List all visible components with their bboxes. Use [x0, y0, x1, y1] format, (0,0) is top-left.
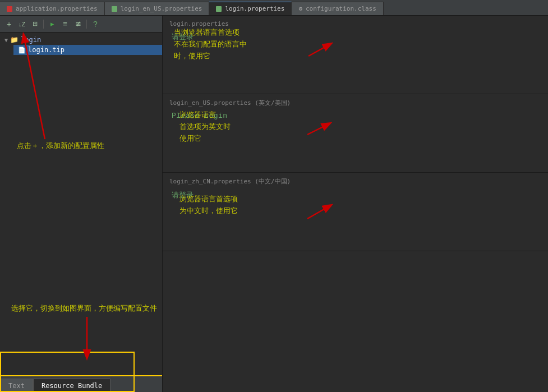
tab-application-properties[interactable]: application.properties	[0, 2, 105, 15]
left-panel: + ↓Z ⊞ ▸ ≡ ≢ ? ▼ 📁 login 📄 login.tip	[0, 16, 163, 392]
align-left-button[interactable]: ≡	[59, 19, 71, 30]
tab-bar: application.properties login_en_US.prope…	[0, 0, 548, 16]
right-panel: login.properties 请登录 login_en_US.propert…	[163, 16, 548, 392]
bundle-icon-1	[112, 6, 117, 12]
prop-value-default: 请登录	[169, 31, 541, 43]
prop-section-default: login.properties 请登录	[163, 16, 548, 94]
bottom-tab-text[interactable]: Text	[0, 379, 33, 392]
tree-children: 📄 login.tip	[0, 45, 162, 55]
bottom-tabs: Text Resource Bundle	[0, 375, 162, 392]
tree-arrow: ▼	[4, 37, 8, 43]
tab-login-en-properties[interactable]: login_en_US.properties	[105, 2, 210, 15]
section-title-zh: login_zh_CN.properties (中文/中国)	[169, 177, 541, 186]
tree-root-login[interactable]: ▼ 📁 login	[0, 35, 162, 45]
section-title-default: login.properties	[169, 20, 541, 27]
prop-value-en: Please Login	[169, 110, 541, 121]
bottom-tab-container: Text Resource Bundle	[0, 375, 162, 392]
bottom-tab-resource-bundle[interactable]: Resource Bundle	[33, 379, 110, 392]
play-button[interactable]: ▸	[47, 19, 58, 30]
tab-configuration-class[interactable]: ⚙ configuration.class	[292, 2, 383, 15]
prop-section-en: login_en_US.properties (英文/美国) Please Lo…	[163, 94, 548, 173]
toolbar: + ↓Z ⊞ ▸ ≡ ≢ ?	[0, 16, 162, 33]
sort-button[interactable]: ↓Z	[16, 19, 27, 30]
main-layout: + ↓Z ⊞ ▸ ≡ ≢ ? ▼ 📁 login 📄 login.tip	[0, 16, 548, 392]
folder-icon: 📁	[10, 36, 19, 44]
grid-button[interactable]: ⊞	[29, 19, 40, 30]
section-title-en: login_en_US.properties (英文/美国)	[169, 99, 541, 107]
file-icon: 📄	[18, 47, 26, 54]
gear-icon: ⚙	[298, 5, 302, 12]
properties-icon	[7, 6, 12, 12]
file-tree: ▼ 📁 login 📄 login.tip	[0, 33, 162, 375]
prop-value-zh: 请登录	[169, 189, 541, 201]
tab-login-properties[interactable]: login.properties	[209, 2, 292, 15]
help-button[interactable]: ?	[90, 19, 101, 30]
bundle-icon-2	[216, 6, 222, 12]
add-button[interactable]: +	[3, 19, 15, 30]
prop-section-zh: login_zh_CN.properties (中文/中国) 请登录	[163, 173, 548, 251]
toolbar-separator-1	[43, 20, 44, 29]
toolbar-separator-2	[86, 20, 87, 29]
tree-item-login-tip[interactable]: 📄 login.tip	[13, 45, 162, 55]
align-right-button[interactable]: ≢	[72, 19, 84, 30]
